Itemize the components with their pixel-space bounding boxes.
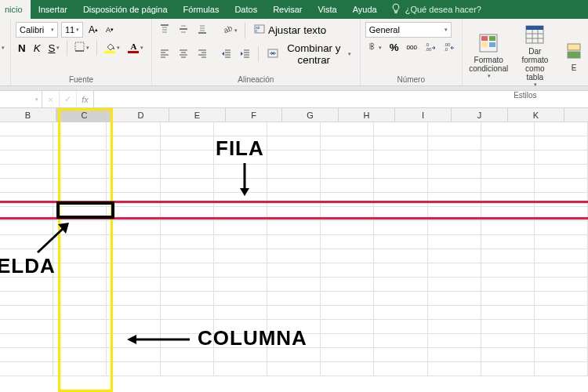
cell[interactable] [267,193,321,207]
cell[interactable] [428,362,481,376]
cell[interactable] [214,249,267,263]
formula-enter-button[interactable]: ✓ [60,91,77,107]
cell[interactable] [107,362,160,376]
cell[interactable] [374,362,427,376]
cell[interactable] [267,292,321,306]
cell[interactable] [214,263,267,278]
cell[interactable] [481,235,535,249]
cell[interactable] [374,263,427,278]
cell[interactable] [535,278,588,292]
cell[interactable] [428,334,481,348]
cell[interactable] [374,235,427,249]
column-header-j[interactable]: J [452,108,508,122]
cell[interactable] [214,235,267,249]
cell[interactable] [321,165,374,179]
cell[interactable] [374,151,427,165]
cell[interactable] [161,249,214,263]
cell[interactable] [107,235,160,249]
conditional-formatting-button[interactable]: Formato condicional ▾ [467,22,510,89]
cell[interactable] [267,362,321,376]
cell[interactable] [535,165,588,179]
cell[interactable] [161,306,214,320]
cell[interactable] [481,249,535,263]
bold-button[interactable]: N [16,41,28,56]
cell[interactable] [53,320,107,334]
cell[interactable] [481,207,535,221]
cell[interactable] [53,151,107,165]
cell[interactable] [428,249,481,263]
paste-dropdown-icon[interactable]: ▾ [2,45,5,51]
cell[interactable] [374,221,427,235]
column-header-i[interactable]: I [395,108,452,122]
cell[interactable] [214,292,267,306]
cell[interactable] [428,306,481,320]
cell[interactable] [374,136,427,151]
cell-styles-button[interactable]: E [560,22,583,89]
cell[interactable] [428,122,481,136]
cell[interactable] [481,320,535,334]
align-right-button[interactable] [194,46,210,63]
cell[interactable] [535,362,588,376]
column-header-h[interactable]: H [339,108,395,122]
cell[interactable] [214,278,267,292]
decrease-font-button[interactable]: A▾ [103,25,116,35]
cell[interactable] [535,193,588,207]
cell[interactable] [374,122,427,136]
formula-cancel-button[interactable]: × [42,91,60,107]
cell[interactable] [428,179,481,193]
cell[interactable] [321,320,374,334]
font-size-combo[interactable]: 11 ▾ [61,22,83,38]
cell[interactable] [53,263,107,278]
column-header-c[interactable]: C [56,108,113,122]
cell[interactable] [0,278,53,292]
cell[interactable] [321,151,374,165]
cell[interactable] [374,292,427,306]
cell[interactable] [535,306,588,320]
cell[interactable] [428,348,481,362]
cell[interactable] [535,151,588,165]
cell[interactable] [481,221,535,235]
cell[interactable] [214,122,267,136]
cell[interactable] [374,348,427,362]
cell[interactable] [53,362,107,376]
cell[interactable] [428,320,481,334]
cell[interactable] [107,306,160,320]
cell[interactable] [321,235,374,249]
increase-indent-button[interactable] [238,46,253,63]
tell-me-search[interactable]: ¿Qué desea hacer? [385,0,488,19]
cell[interactable] [535,334,588,348]
cell[interactable] [267,249,321,263]
cell[interactable] [374,334,427,348]
cell[interactable] [214,362,267,376]
cell[interactable] [53,292,107,306]
cell[interactable] [428,193,481,207]
column-header-k[interactable]: K [508,108,564,122]
cell[interactable] [53,122,107,136]
cell[interactable] [321,292,374,306]
cell[interactable] [321,221,374,235]
cell[interactable] [53,136,107,151]
cell[interactable] [107,263,160,278]
cell[interactable] [0,348,53,362]
cell[interactable] [374,249,427,263]
cell[interactable] [161,122,214,136]
increase-decimal-button[interactable]: .0.00 [423,40,438,55]
cell[interactable] [481,348,535,362]
cell[interactable] [374,207,427,221]
cell[interactable] [428,221,481,235]
name-box[interactable]: ▾ [0,91,42,107]
align-top-button[interactable] [157,22,172,38]
cell[interactable] [161,235,214,249]
cell[interactable] [535,221,588,235]
cell[interactable] [374,165,427,179]
cell[interactable] [428,207,481,221]
tab-formulas[interactable]: Fórmulas [176,0,227,19]
cell[interactable] [321,179,374,193]
cell[interactable] [535,348,588,362]
cell[interactable] [0,151,53,165]
cell[interactable] [321,306,374,320]
cell[interactable] [161,151,214,165]
cell[interactable] [0,334,53,348]
align-bottom-button[interactable] [194,22,210,38]
cell[interactable] [161,179,214,193]
